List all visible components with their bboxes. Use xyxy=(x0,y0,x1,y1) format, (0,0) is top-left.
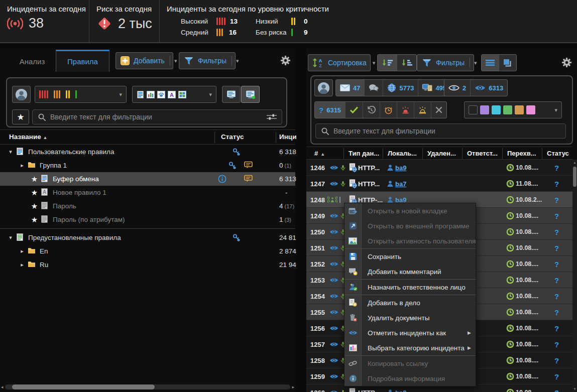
status-unknown-button[interactable]: ?6315 xyxy=(315,102,345,118)
view-cards-icon[interactable] xyxy=(499,55,516,71)
column-divider xyxy=(214,132,215,143)
color-swatch xyxy=(492,105,501,114)
gear-icon[interactable] xyxy=(560,56,572,68)
column-header-incidents[interactable]: Инци xyxy=(279,133,296,141)
doc-list-icon[interactable] xyxy=(222,86,241,103)
severity-filter-dropdown[interactable]: ▾ xyxy=(35,86,127,103)
menu-item[interactable]: Добавить в дело xyxy=(344,295,476,310)
incidents-filters-button[interactable]: Фильтры ▾ xyxy=(417,54,474,71)
local-user-link[interactable]: ba9 xyxy=(395,160,406,176)
sort-desc-icon[interactable] xyxy=(397,55,416,71)
rules-table-header: Название ▲ Статус Инци xyxy=(0,129,295,145)
status-closed-button[interactable] xyxy=(431,102,446,118)
mail-channel-button[interactable]: 47 xyxy=(336,80,365,96)
messenger-channel-button[interactable]: @ xyxy=(365,80,383,96)
scroll-up-icon[interactable]: ▴ xyxy=(574,161,576,165)
hscroll-thumb[interactable] xyxy=(12,384,155,389)
menu-item[interactable]: ★Назначить ответственное лицо xyxy=(344,280,476,295)
view-list-icon[interactable] xyxy=(482,55,499,71)
star-icon[interactable]: ★ xyxy=(28,202,41,211)
chevron-right-icon[interactable]: ▸ xyxy=(17,248,28,254)
rules-search-input[interactable] xyxy=(50,113,262,121)
local-user-link[interactable]: ba7 xyxy=(395,176,406,192)
info-icon[interactable] xyxy=(218,175,226,185)
vscroll-thumb[interactable] xyxy=(573,167,576,187)
avatar-icon[interactable] xyxy=(12,86,31,103)
tab-rules[interactable]: Правила xyxy=(56,50,109,72)
scroll-left-icon[interactable]: ◂ xyxy=(1,384,4,389)
rule-row[interactable]: ▾Предустановленные правила24 81 xyxy=(0,231,295,244)
chevron-right-icon[interactable]: ▸ xyxy=(17,162,28,169)
incident-id: 1254 xyxy=(310,288,325,304)
tab-analysis[interactable]: Анализ xyxy=(7,52,57,70)
chevron-down-icon[interactable]: ▾ xyxy=(554,107,557,113)
incidents-vscrollbar[interactable]: ▴ ▾ xyxy=(572,160,577,392)
column-header-status[interactable]: Статус xyxy=(221,133,244,141)
web-channel-button[interactable]: 5773 xyxy=(383,80,418,96)
scroll-down-icon[interactable]: ▾ xyxy=(574,387,576,391)
rule-row[interactable]: ▸Группа 10(1) xyxy=(0,159,295,172)
chevron-down-icon[interactable]: ▾ xyxy=(232,56,239,66)
scroll-right-icon[interactable]: ▸ xyxy=(292,384,294,389)
chevron-down-icon[interactable]: ▾ xyxy=(209,91,212,98)
gear-icon[interactable] xyxy=(279,54,291,66)
star-icon[interactable]: ★ xyxy=(28,175,41,184)
column-header-id[interactable]: #▲ xyxy=(314,150,325,157)
status-pending-button[interactable] xyxy=(380,102,397,118)
chevron-down-icon[interactable]: ▾ xyxy=(5,149,16,155)
viewed-filter-button[interactable]: 6313 xyxy=(471,80,507,96)
status-deferred-button[interactable] xyxy=(363,102,380,118)
rule-row[interactable]: ★AНовое правило 1- xyxy=(0,186,295,199)
star-icon[interactable]: ★ xyxy=(28,215,41,224)
chevron-right-icon[interactable]: ▸ xyxy=(17,262,28,268)
intercept-date: 10.08.... xyxy=(516,368,538,384)
menu-item[interactable]: Выбрать категорию инцидента▶ xyxy=(344,340,476,355)
column-header-4[interactable]: Ответст... xyxy=(467,150,498,157)
menu-item[interactable]: Сохранить xyxy=(344,249,476,264)
sort-button[interactable]: AZ Сортировка ▾ xyxy=(308,54,371,71)
menu-item[interactable]: Удалить документы xyxy=(344,310,476,325)
category-color-dropdown[interactable]: ▾ xyxy=(464,101,562,118)
column-header-5[interactable]: Перехв... xyxy=(507,150,536,157)
incident-row[interactable]: 1247HTTP...ba711.08....? xyxy=(306,176,572,192)
unread-filter-button[interactable]: 2 xyxy=(444,80,471,96)
add-button[interactable]: Добавить ▾ xyxy=(116,52,173,69)
menu-item[interactable]: Добавить комментарий xyxy=(344,264,476,279)
sliders-icon[interactable] xyxy=(267,113,277,120)
star-icon[interactable]: ★ xyxy=(28,188,41,197)
eye-icon xyxy=(329,176,338,192)
status-non-incident-button[interactable] xyxy=(414,102,431,118)
menu-item[interactable]: Отметить инциденты как▶ xyxy=(344,325,476,340)
rule-row[interactable]: ★Буфер обмена6 313 xyxy=(0,172,295,186)
sort-button-label: Сортировка xyxy=(328,59,367,67)
chevron-down-icon[interactable]: ▾ xyxy=(372,58,376,68)
rule-row[interactable]: ▾Пользовательские правила6 318 xyxy=(0,145,295,159)
doc-list-green-icon[interactable] xyxy=(241,86,260,103)
incidents-today-card: Инциденты за сегодня 38 xyxy=(0,0,89,42)
m-info-icon xyxy=(349,374,357,382)
status-incident-button[interactable] xyxy=(397,102,414,118)
column-header-1[interactable]: Тип дан... xyxy=(349,150,379,157)
rule-type-filter-dropdown[interactable]: A▾ xyxy=(132,86,216,103)
avatar-icon[interactable] xyxy=(314,79,333,96)
favorites-star-button[interactable]: ★ xyxy=(12,109,29,124)
rule-row[interactable]: ▸En2 874 xyxy=(0,244,295,258)
rules-filters-button[interactable]: Фильтры ▾ xyxy=(179,52,236,69)
status-resolved-button[interactable] xyxy=(345,102,363,118)
column-header-name[interactable]: Название ▲ xyxy=(9,133,47,141)
rule-row[interactable]: ★Пароль (по атрибутам)1(3) xyxy=(0,213,295,226)
incidents-search-input[interactable] xyxy=(333,127,560,135)
chevron-down-icon[interactable]: ▾ xyxy=(119,91,122,98)
chevron-down-icon[interactable]: ▾ xyxy=(470,58,477,68)
column-header-2[interactable]: Локаль... xyxy=(388,150,417,157)
chevron-down-icon[interactable]: ▾ xyxy=(5,234,16,241)
hscroll-track[interactable] xyxy=(5,384,291,389)
rules-hscrollbar[interactable]: ◂ ▸ xyxy=(1,384,294,390)
column-header-3[interactable]: Удален... xyxy=(427,150,456,157)
rule-row[interactable]: ★Пароль4(17) xyxy=(0,199,295,213)
column-header-6[interactable]: Статус xyxy=(547,150,569,157)
sort-asc-icon[interactable] xyxy=(378,55,397,71)
incident-row[interactable]: 1246HTTP...ba910.08....? xyxy=(306,160,572,176)
rule-row[interactable]: ▸Ru21 94 xyxy=(0,258,295,272)
chevron-down-icon[interactable]: ▾ xyxy=(170,56,177,66)
